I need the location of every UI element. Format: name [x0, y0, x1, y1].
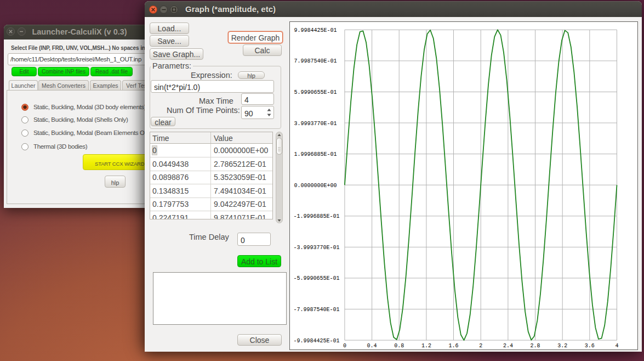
svg-text:0.8: 0.8: [394, 343, 404, 349]
svg-text:0.0000000E+00: 0.0000000E+00: [294, 183, 337, 189]
svg-text:-5.9990655E-01: -5.9990655E-01: [294, 275, 340, 281]
svg-text:-3.9993770E-01: -3.9993770E-01: [294, 245, 340, 251]
svg-text:1.6: 1.6: [448, 343, 458, 349]
svg-text:1.2: 1.2: [421, 343, 431, 349]
svg-text:3.6: 3.6: [585, 343, 595, 349]
svg-text:2.8: 2.8: [530, 343, 540, 349]
svg-text:0: 0: [343, 343, 346, 349]
svg-text:3.9993770E-01: 3.9993770E-01: [294, 121, 337, 127]
svg-text:-7.9987540E-01: -7.9987540E-01: [294, 307, 340, 313]
svg-text:0.4: 0.4: [367, 343, 377, 349]
svg-text:9.9984425E-01: 9.9984425E-01: [294, 27, 337, 33]
svg-text:7.9987540E-01: 7.9987540E-01: [294, 58, 337, 64]
svg-text:2: 2: [479, 343, 482, 349]
svg-text:1.9996885E-01: 1.9996885E-01: [294, 151, 337, 157]
svg-text:3.2: 3.2: [557, 343, 567, 349]
svg-text:2.4: 2.4: [503, 343, 513, 349]
svg-text:-1.9996885E-01: -1.9996885E-01: [294, 213, 340, 219]
svg-text:5.9990655E-01: 5.9990655E-01: [294, 89, 337, 95]
svg-text:-9.9984425E-01: -9.9984425E-01: [294, 338, 340, 344]
svg-text:4: 4: [615, 343, 618, 349]
